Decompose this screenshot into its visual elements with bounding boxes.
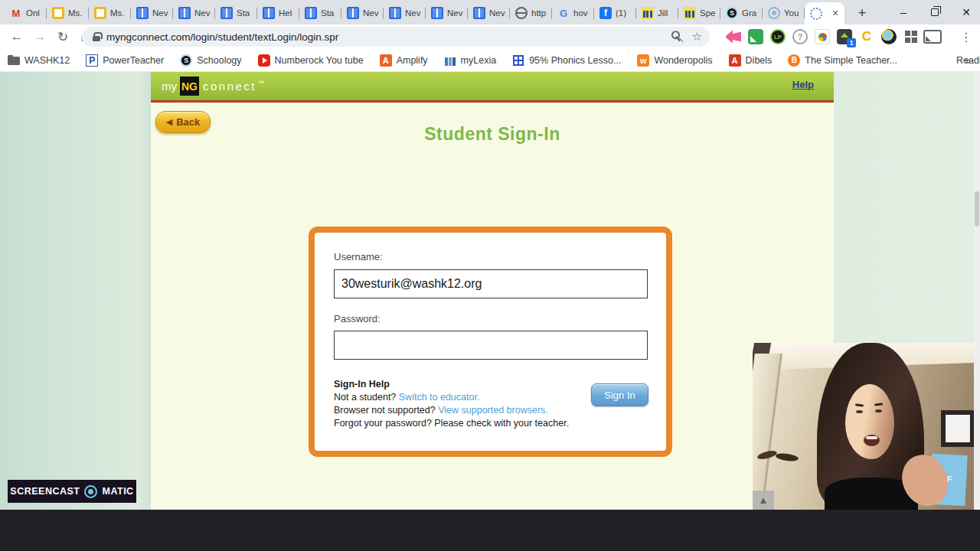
url-text[interactable]: myngconnect.com/login/student/textLogin/…: [106, 31, 338, 43]
webcam-ceiling-fan: [757, 448, 802, 462]
matic-text: MATIC: [102, 486, 133, 497]
logo-ng: NG: [180, 77, 199, 96]
browser-tab[interactable]: Sta: [299, 2, 341, 24]
bookmarks-overflow-icon[interactable]: [965, 54, 971, 67]
bookmark-item[interactable]: 95% Phonics Lesso...: [512, 54, 621, 67]
browser-tab[interactable]: http: [510, 2, 552, 24]
bookmark-label: Dibels: [746, 55, 773, 66]
address-bar[interactable]: myngconnect.com/login/student/textLogin/…: [82, 27, 710, 47]
browser-tab[interactable]: Nev: [341, 2, 384, 24]
extension-icon[interactable]: [770, 29, 786, 44]
extension-icon[interactable]: 1: [837, 29, 852, 44]
browser-tab[interactable]: Nev: [131, 2, 173, 24]
scroll-to-top-button[interactable]: [753, 491, 774, 510]
page-scrollbar[interactable]: [974, 72, 980, 510]
browser-tab[interactable]: Gra: [720, 2, 763, 24]
restore-icon: [931, 8, 939, 16]
cast-icon[interactable]: [923, 30, 942, 44]
help-link[interactable]: Help: [792, 79, 814, 90]
myngconnect-logo: my NG connect ™: [162, 77, 264, 96]
username-field[interactable]: [334, 269, 648, 298]
bookmark-item[interactable]: Dibels: [729, 54, 773, 67]
sign-in-help-heading: Sign-In Help: [334, 378, 569, 391]
browser-tab[interactable]: Nev: [468, 2, 510, 24]
bookmark-star-icon[interactable]: [692, 30, 702, 44]
back-nav-button[interactable]: [8, 28, 26, 46]
help-text: Browser not supported?: [334, 405, 438, 416]
tab-label: You: [784, 8, 799, 18]
bookmark-label: Wonderopolis: [654, 55, 712, 66]
bookmark-item[interactable]: Amplify: [380, 54, 428, 67]
browser-tab[interactable]: Spe: [678, 2, 720, 24]
bookmark-item[interactable]: The Simple Teacher...: [788, 54, 897, 67]
forward-nav-button[interactable]: [31, 28, 49, 46]
extension-icon[interactable]: [792, 29, 808, 44]
browser-tab[interactable]: Ms.: [89, 2, 131, 24]
tab-label: Nev: [489, 8, 505, 18]
tab-label: Sta: [237, 8, 250, 18]
youtube-icon: [258, 54, 270, 67]
password-key-icon[interactable]: [667, 28, 683, 44]
panes-favicon-icon: [389, 7, 401, 19]
panes-favicon-icon: [473, 7, 485, 19]
browser-tab[interactable]: hov: [552, 2, 594, 24]
bookmark-label: myLexia: [461, 55, 497, 66]
blogger-icon: [788, 54, 800, 67]
browser-tab[interactable]: Hel: [257, 2, 299, 24]
switch-to-educator-link[interactable]: Switch to educator.: [399, 392, 480, 403]
sign-in-button[interactable]: Sign In: [591, 383, 648, 406]
extension-icon[interactable]: [726, 29, 741, 44]
facebook-favicon-icon: [599, 7, 612, 19]
webcam-door-frame: [753, 354, 782, 510]
person-eye: [875, 409, 882, 412]
extension-icon[interactable]: [815, 29, 830, 44]
browser-tab[interactable]: Nev: [426, 2, 468, 24]
globe-favicon-icon: [515, 7, 528, 19]
lock-icon[interactable]: [93, 32, 100, 41]
scrollbar-thumb[interactable]: [975, 191, 979, 227]
panes-favicon-icon: [305, 7, 317, 19]
tab-label: hov: [573, 8, 588, 18]
panes-favicon-icon: [220, 7, 233, 19]
supported-browsers-link[interactable]: View supported browsers.: [438, 405, 548, 416]
password-label: Password:: [334, 313, 381, 324]
browser-tab[interactable]: Onl: [5, 2, 47, 24]
new-tab-button[interactable]: [852, 3, 872, 23]
bookmark-item[interactable]: WASHK12: [8, 54, 70, 67]
browser-tab[interactable]: You: [763, 2, 805, 24]
extension-icon[interactable]: [748, 29, 763, 44]
help-text: Not a student?: [334, 392, 399, 403]
schoology-favicon-icon: [726, 7, 738, 19]
restore-button[interactable]: [929, 6, 941, 18]
dibels-icon: [729, 54, 741, 67]
bookmark-item[interactable]: myLexia: [444, 54, 497, 67]
bookmark-item[interactable]: PowerTeacher: [86, 54, 164, 67]
browser-tab[interactable]: (1): [594, 2, 636, 24]
browser-tab[interactable]: Nev: [173, 2, 215, 24]
browser-tab[interactable]: Ms.: [47, 2, 89, 24]
google-favicon-icon: [557, 7, 570, 19]
bookmark-item[interactable]: Schoology: [180, 54, 241, 67]
bookmark-item[interactable]: Wonderopolis: [637, 54, 712, 67]
browser-tab[interactable]: Sta: [215, 2, 257, 24]
minimize-button[interactable]: [897, 6, 910, 18]
panes-favicon-icon: [178, 7, 191, 19]
window-controls: [897, 0, 975, 24]
close-window-button[interactable]: [960, 6, 972, 18]
tab-close-icon[interactable]: [829, 8, 841, 20]
browser-tab[interactable]: Jill: [636, 2, 678, 24]
reload-button[interactable]: [54, 28, 72, 46]
logo-trademark: ™: [258, 80, 264, 86]
screencast-record-icon: [84, 485, 97, 498]
browser-menu-icon[interactable]: [959, 28, 974, 45]
folder-favicon-icon: [94, 7, 106, 19]
person-face: [845, 384, 894, 459]
browser-toolbar: myngconnect.com/login/student/textLogin/…: [0, 24, 980, 49]
bookmark-item[interactable]: Numberock You tube: [258, 54, 364, 67]
extension-icon[interactable]: [859, 29, 874, 44]
extension-icon[interactable]: [881, 29, 897, 44]
password-field[interactable]: [334, 331, 648, 360]
active-tab[interactable]: [805, 2, 844, 24]
schoology-icon: [180, 54, 192, 67]
browser-tab[interactable]: Nev: [384, 2, 426, 24]
